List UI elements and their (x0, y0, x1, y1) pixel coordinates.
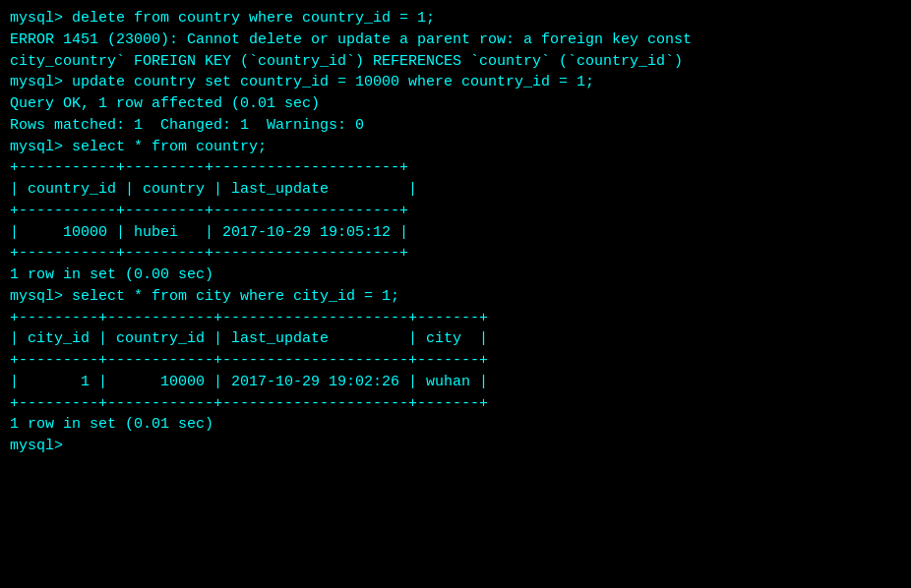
terminal-line-l14: 1 row in set (0.00 sec) (10, 265, 901, 286)
terminal-line-l19: +---------+------------+----------------… (10, 350, 901, 372)
terminal-line-l24: mysql> (10, 436, 901, 457)
terminal-line-l8: mysql> select * from country; (10, 137, 901, 158)
terminal-line-l10: | country_id | country | last_update | (10, 179, 901, 201)
terminal-line-l4: mysql> update country set country_id = 1… (10, 72, 901, 93)
terminal-line-l5: Query OK, 1 row affected (0.01 sec) (10, 93, 901, 115)
terminal-line-l6: Rows matched: 1 Changed: 1 Warnings: 0 (10, 115, 901, 137)
terminal-line-l16: mysql> select * from city where city_id … (10, 286, 901, 308)
terminal-line-l3: city_country` FOREIGN KEY (`country_id`)… (10, 51, 901, 73)
terminal-line-l13: +-----------+---------+-----------------… (10, 243, 901, 265)
terminal-line-l11: +-----------+---------+-----------------… (10, 201, 901, 222)
terminal-line-l17: +---------+------------+----------------… (10, 308, 901, 329)
terminal-line-l12: | 10000 | hubei | 2017-10-29 19:05:12 | (10, 222, 901, 244)
terminal-line-l20: | 1 | 10000 | 2017-10-29 19:02:26 | wuha… (10, 372, 901, 393)
terminal-line-l21: +---------+------------+----------------… (10, 393, 901, 415)
terminal-window[interactable]: mysql> delete from country where country… (10, 8, 901, 580)
terminal-line-l22: 1 row in set (0.01 sec) (10, 414, 901, 436)
terminal-line-l1: mysql> delete from country where country… (10, 8, 901, 29)
terminal-line-l2: ERROR 1451 (23000): Cannot delete or upd… (10, 29, 901, 51)
terminal-line-l18: | city_id | country_id | last_update | c… (10, 328, 901, 350)
terminal-line-l9: +-----------+---------+-----------------… (10, 157, 901, 179)
